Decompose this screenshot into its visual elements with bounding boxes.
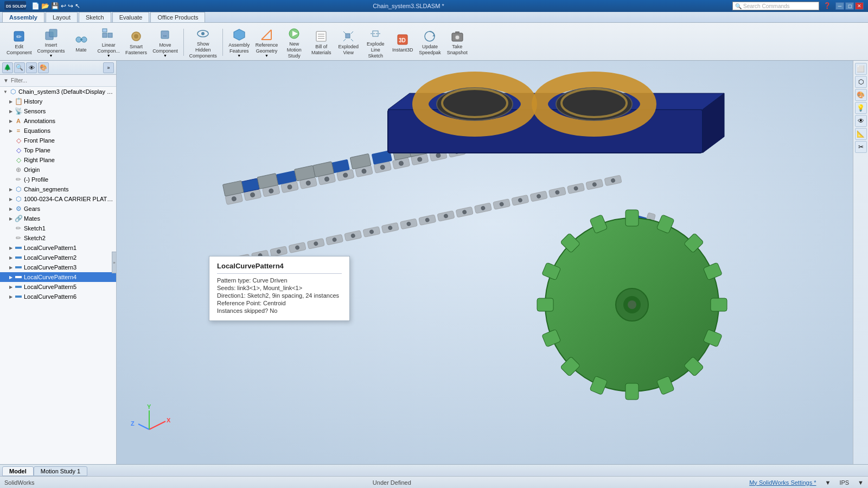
tab-motion-study[interactable]: Motion Study 1 <box>34 466 87 476</box>
help-btn[interactable]: ❓ <box>824 2 831 10</box>
tree-toolbar: 🌲 🔍 👁 🎨 » <box>0 61 116 75</box>
insert-components-dropdown[interactable]: ▼ <box>49 54 53 57</box>
side-btn-4[interactable]: 💡 <box>855 102 867 114</box>
new-icon[interactable]: 📄 <box>31 2 40 10</box>
tree-item-top-plane[interactable]: ▶ ◇ Top Plane <box>0 145 116 155</box>
side-btn-2[interactable]: ⬡ <box>855 76 867 88</box>
take-snapshot-btn[interactable]: TakeSnapshot <box>444 28 470 57</box>
exploded-view-btn[interactable]: ExplodedView <box>335 28 361 57</box>
mate-btn[interactable]: Mate <box>68 31 94 54</box>
status-settings-dropdown[interactable]: ▼ <box>825 479 831 486</box>
side-btn-6[interactable]: 📐 <box>855 128 867 140</box>
bill-of-materials-btn[interactable]: Bill ofMaterials <box>308 28 334 57</box>
instant3d-btn[interactable]: 3D Instant3D <box>390 31 416 54</box>
tree-item-profile[interactable]: ▶ ✏ (-) Profile <box>0 175 116 184</box>
save-icon[interactable]: 💾 <box>51 2 59 10</box>
tree-root-item[interactable]: ▼ ⬡ Chain_system3 (Default<Display State <box>0 87 116 97</box>
new-motion-study-btn[interactable]: NewMotionStudy <box>281 25 307 60</box>
assembly-features-btn[interactable]: AssemblyFeatures ▼ <box>226 26 252 59</box>
close-btn[interactable]: ✕ <box>855 2 864 10</box>
tab-model[interactable]: Model <box>2 466 34 476</box>
tree-item-lcp2[interactable]: ▶ LocalCurvePattern2 <box>0 253 116 262</box>
smart-fasteners-btn[interactable]: SmartFasteners <box>123 28 149 57</box>
restore-btn[interactable]: ◻ <box>845 2 854 10</box>
svg-rect-59 <box>20 296 22 298</box>
status-units-dropdown[interactable]: ▼ <box>858 479 864 486</box>
undo-icon[interactable]: ↩ <box>61 2 66 10</box>
annotations-expand-icon: ▶ <box>8 118 14 124</box>
move-component-dropdown[interactable]: ▼ <box>163 54 167 57</box>
filter-bar: ▼ Filter... <box>0 75 116 87</box>
tooltip-line-4: Instances skipped? No <box>217 307 342 314</box>
explode-line-sketch-btn[interactable]: ExplodeLineSketch <box>362 25 388 60</box>
tree-item-sketch2[interactable]: ▶ ✏ Sketch2 <box>0 233 116 243</box>
tree-item-gears[interactable]: ▶ ⚙ Gears <box>0 204 116 214</box>
insert-components-btn[interactable]: InsertComponents ▼ <box>35 26 67 59</box>
tree-btn-1[interactable]: 🌲 <box>2 62 13 73</box>
tree-item-lcp1[interactable]: ▶ LocalCurvePattern1 <box>0 243 116 253</box>
update-speedpak-btn[interactable]: UpdateSpeedpak <box>417 28 443 57</box>
tree-item-lcp5[interactable]: ▶ LocalCurvePattern5 <box>0 282 116 292</box>
tree-collapse-handle[interactable]: » <box>112 252 116 273</box>
tree-expand-btn[interactable]: » <box>103 62 114 73</box>
tree-item-lcp3[interactable]: ▶ LocalCurvePattern3 <box>0 262 116 272</box>
profile-icon: ✏ <box>14 175 23 184</box>
tree-item-chain-segments[interactable]: ▶ ⬡ Chain_segments <box>0 184 116 194</box>
open-icon[interactable]: 📂 <box>41 2 49 10</box>
tree-item-right-plane[interactable]: ▶ ◇ Right Plane <box>0 155 116 165</box>
instant3d-icon: 3D <box>395 32 410 47</box>
side-btn-1[interactable]: ⬜ <box>855 63 867 75</box>
assembly-features-dropdown[interactable]: ▼ <box>237 54 241 57</box>
svg-rect-46 <box>17 256 20 259</box>
viewport[interactable]: ⊡ 🔍 - ↺ ✋ ⬡ ⬜ 👁 🎨 ◫ <box>117 61 868 464</box>
lcp5-expand-icon: ▶ <box>8 284 14 290</box>
tree-item-equations[interactable]: ▶ = Equations <box>0 126 116 136</box>
sketch2-icon: ✏ <box>14 234 23 242</box>
tab-layout[interactable]: Layout <box>46 12 78 22</box>
tree-item-lcp4[interactable]: ▶ LocalCurvePattern4 <box>0 272 116 282</box>
status-settings-text[interactable]: My SolidWorks Settings * <box>749 479 816 486</box>
reference-geometry-dropdown[interactable]: ▼ <box>265 54 269 57</box>
tree-item-front-plane[interactable]: ▶ ◇ Front Plane <box>0 136 116 145</box>
status-units-text[interactable]: IPS <box>839 479 849 486</box>
tree-item-annotations[interactable]: ▶ A Annotations <box>0 116 116 126</box>
tree-item-sketch1[interactable]: ▶ ✏ Sketch1 <box>0 223 116 233</box>
lcp3-expand-icon: ▶ <box>8 264 14 271</box>
tab-office-products[interactable]: Office Products <box>150 12 205 22</box>
tab-bar: Model Motion Study 1 <box>0 464 868 476</box>
side-btn-7[interactable]: ✂ <box>855 141 867 153</box>
move-component-btn[interactable]: ↔ MoveComponent ▼ <box>150 26 180 59</box>
tree-item-sensors[interactable]: ▶ 📡 Sensors <box>0 106 116 116</box>
linear-component-btn[interactable]: LinearCompon... ▼ <box>95 26 123 59</box>
tab-evaluate[interactable]: Evaluate <box>112 12 150 22</box>
tree-item-carrier-plate[interactable]: ▶ ⬡ 1000-0234-CA CARRIER PLATE ASS <box>0 194 116 204</box>
tree-btn-4[interactable]: 🎨 <box>38 62 49 73</box>
reference-geometry-btn[interactable]: ReferenceGeometry ▼ <box>253 26 280 59</box>
tree-btn-3[interactable]: 👁 <box>26 62 37 73</box>
tree-item-mates[interactable]: ▶ 🔗 Mates <box>0 214 116 223</box>
tab-sketch[interactable]: Sketch <box>79 12 111 22</box>
side-btn-3[interactable]: 🎨 <box>855 89 867 101</box>
move-component-label: MoveComponent <box>152 42 178 54</box>
minimize-btn[interactable]: ─ <box>835 2 844 10</box>
search-box[interactable]: 🔍 Search Commands <box>732 2 819 10</box>
svg-point-212 <box>628 300 636 309</box>
cursor-icon[interactable]: ↖ <box>75 2 80 10</box>
linear-component-dropdown[interactable]: ▼ <box>107 54 111 57</box>
side-btn-5[interactable]: 👁 <box>855 115 867 127</box>
lcp4-icon <box>14 273 23 281</box>
tree-item-history[interactable]: ▶ 📋 History <box>0 97 116 106</box>
status-bar: SolidWorks Under Defined My SolidWorks S… <box>0 476 868 488</box>
take-snapshot-label: TakeSnapshot <box>447 44 468 56</box>
lcp6-icon <box>14 292 23 301</box>
tree-item-lcp6[interactable]: ▶ LocalCurvePattern6 <box>0 292 116 301</box>
edit-component-btn[interactable]: ✏ EditComponent <box>4 28 34 57</box>
lcp2-expand-icon: ▶ <box>8 254 14 261</box>
tree-btn-2[interactable]: 🔍 <box>14 62 25 73</box>
tab-assembly[interactable]: Assembly <box>2 12 44 22</box>
tree-item-origin[interactable]: ▶ ⊕ Origin <box>0 165 116 175</box>
svg-point-17 <box>201 32 205 35</box>
svg-text:Z: Z <box>131 420 135 427</box>
redo-icon[interactable]: ↪ <box>68 2 73 10</box>
show-hidden-btn[interactable]: ShowHiddenComponents <box>187 25 219 60</box>
